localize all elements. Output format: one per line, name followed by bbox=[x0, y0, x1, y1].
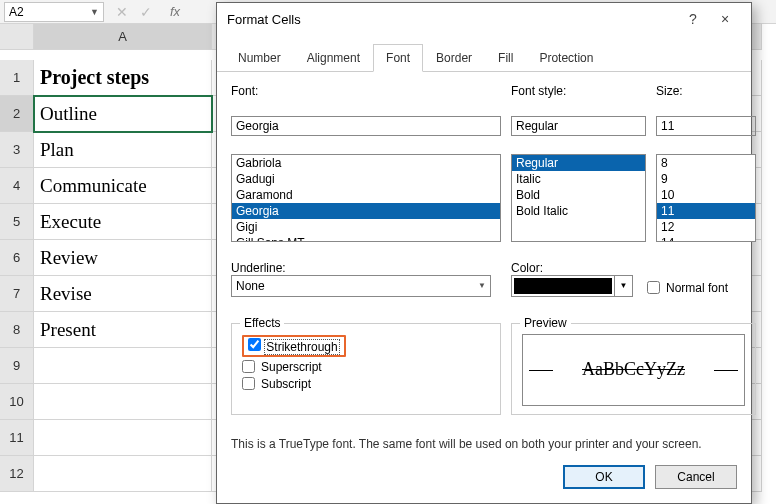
font-description: This is a TrueType font. The same font w… bbox=[217, 437, 751, 451]
strikethrough-checkbox[interactable]: Strikethrough bbox=[242, 335, 490, 357]
cell[interactable]: Project steps bbox=[34, 60, 212, 96]
normal-font-checkbox[interactable]: Normal font bbox=[647, 281, 728, 295]
superscript-checkbox[interactable]: Superscript bbox=[242, 360, 490, 374]
chevron-down-icon: ▼ bbox=[478, 281, 486, 290]
list-item[interactable]: 8 bbox=[657, 155, 755, 171]
cell[interactable]: Revise bbox=[34, 276, 212, 312]
list-item[interactable]: Bold bbox=[512, 187, 645, 203]
tab-font[interactable]: Font bbox=[373, 44, 423, 72]
cell[interactable]: Plan bbox=[34, 132, 212, 168]
column-header[interactable]: A bbox=[34, 24, 212, 50]
row-header[interactable]: 9 bbox=[0, 348, 34, 384]
list-item[interactable]: Regular bbox=[512, 155, 645, 171]
cell[interactable]: Outline bbox=[34, 96, 212, 132]
row-header[interactable]: 3 bbox=[0, 132, 34, 168]
format-cells-dialog: Format Cells ? × NumberAlignmentFontBord… bbox=[216, 2, 752, 504]
list-item[interactable]: 10 bbox=[657, 187, 755, 203]
cell[interactable]: Present bbox=[34, 312, 212, 348]
fx-icon[interactable]: fx bbox=[170, 4, 180, 20]
underline-select[interactable]: None ▼ bbox=[231, 275, 491, 297]
cell[interactable]: Execute bbox=[34, 204, 212, 240]
cell[interactable] bbox=[34, 348, 212, 384]
color-select[interactable]: ▼ bbox=[511, 275, 633, 297]
row-header[interactable]: 10 bbox=[0, 384, 34, 420]
underline-label: Underline: bbox=[231, 261, 501, 275]
cell[interactable] bbox=[34, 420, 212, 456]
chevron-down-icon[interactable]: ▼ bbox=[90, 7, 99, 17]
cell[interactable] bbox=[34, 456, 212, 492]
ok-button[interactable]: OK bbox=[563, 465, 645, 489]
list-item[interactable]: Georgia bbox=[232, 203, 500, 219]
preview-sample: AaBbCcYyZz bbox=[522, 334, 745, 406]
cancel-button[interactable]: Cancel bbox=[655, 465, 737, 489]
row-header[interactable]: 6 bbox=[0, 240, 34, 276]
row-header[interactable]: 1 bbox=[0, 60, 34, 96]
list-item[interactable]: Bold Italic bbox=[512, 203, 645, 219]
color-label: Color: bbox=[511, 261, 756, 275]
row-header[interactable]: 12 bbox=[0, 456, 34, 492]
list-item[interactable]: Gill Sans MT bbox=[232, 235, 500, 242]
dialog-titlebar[interactable]: Format Cells ? × bbox=[217, 3, 751, 35]
effects-legend: Effects bbox=[240, 316, 284, 330]
preview-group: Preview AaBbCcYyZz bbox=[511, 323, 756, 415]
dialog-title: Format Cells bbox=[227, 12, 301, 27]
font-label: Font: bbox=[231, 84, 501, 112]
size-input[interactable]: 11 bbox=[656, 116, 756, 136]
color-swatch bbox=[514, 278, 612, 294]
cell[interactable]: Review bbox=[34, 240, 212, 276]
help-button[interactable]: ? bbox=[677, 11, 709, 27]
font-style-input[interactable]: Regular bbox=[511, 116, 646, 136]
row-header[interactable]: 2 bbox=[0, 96, 34, 132]
tab-protection[interactable]: Protection bbox=[526, 44, 606, 72]
dialog-tabs: NumberAlignmentFontBorderFillProtection bbox=[217, 43, 751, 72]
list-item[interactable]: 9 bbox=[657, 171, 755, 187]
check-icon: ✓ bbox=[140, 4, 152, 20]
list-item[interactable]: Gigi bbox=[232, 219, 500, 235]
tab-number[interactable]: Number bbox=[225, 44, 294, 72]
tab-border[interactable]: Border bbox=[423, 44, 485, 72]
preview-legend: Preview bbox=[520, 316, 571, 330]
row-header[interactable]: 7 bbox=[0, 276, 34, 312]
name-box[interactable]: A2 ▼ bbox=[4, 2, 104, 22]
row-header[interactable]: 11 bbox=[0, 420, 34, 456]
cell[interactable] bbox=[34, 384, 212, 420]
tab-fill[interactable]: Fill bbox=[485, 44, 526, 72]
list-item[interactable]: Gabriola bbox=[232, 155, 500, 171]
font-listbox[interactable]: GabriolaGadugiGaramondGeorgiaGigiGill Sa… bbox=[231, 154, 501, 242]
list-item[interactable]: Garamond bbox=[232, 187, 500, 203]
font-style-label: Font style: bbox=[511, 84, 646, 112]
list-item[interactable]: Italic bbox=[512, 171, 645, 187]
list-item[interactable]: 11 bbox=[657, 203, 755, 219]
effects-group: Effects Strikethrough Superscript Subscr… bbox=[231, 323, 501, 415]
row-header[interactable]: 5 bbox=[0, 204, 34, 240]
font-input[interactable]: Georgia bbox=[231, 116, 501, 136]
subscript-checkbox[interactable]: Subscript bbox=[242, 377, 490, 391]
tab-alignment[interactable]: Alignment bbox=[294, 44, 373, 72]
row-header[interactable]: 4 bbox=[0, 168, 34, 204]
size-listbox[interactable]: 8910111214 bbox=[656, 154, 756, 242]
cancel-icon: ✕ bbox=[116, 4, 128, 20]
list-item[interactable]: 14 bbox=[657, 235, 755, 242]
name-box-value: A2 bbox=[9, 5, 24, 19]
size-label: Size: bbox=[656, 84, 756, 112]
row-header[interactable]: 8 bbox=[0, 312, 34, 348]
close-button[interactable]: × bbox=[709, 11, 741, 27]
font-style-listbox[interactable]: RegularItalicBoldBold Italic bbox=[511, 154, 646, 242]
list-item[interactable]: Gadugi bbox=[232, 171, 500, 187]
list-item[interactable]: 12 bbox=[657, 219, 755, 235]
cell[interactable]: Communicate bbox=[34, 168, 212, 204]
chevron-down-icon: ▼ bbox=[614, 276, 632, 296]
